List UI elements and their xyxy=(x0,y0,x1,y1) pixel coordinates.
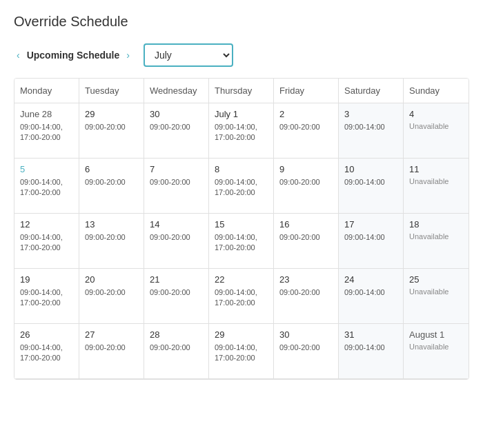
cell-time: 09:00-14:00 xyxy=(344,232,397,243)
cell-date: 30 xyxy=(150,109,203,119)
cell-time: 09:00-14:00 xyxy=(344,177,397,187)
calendar-cell: 2109:00-20:00 xyxy=(144,269,209,324)
calendar-body: June 2809:00-14:00, 17:00-20:002909:00-2… xyxy=(14,103,469,379)
calendar-header-cell: Tuesday xyxy=(79,79,144,103)
cell-date: 4 xyxy=(409,109,463,119)
calendar-cell: 1709:00-14:00 xyxy=(339,214,404,269)
cell-date: 28 xyxy=(150,329,203,340)
calendar-cell: 1209:00-14:00, 17:00-20:00 xyxy=(14,214,79,269)
cell-time: 09:00-20:00 xyxy=(150,287,203,298)
cell-date: 9 xyxy=(279,164,333,174)
calendar-cell: 25Unavailable xyxy=(404,269,469,324)
cell-time: 09:00-14:00, 17:00-20:00 xyxy=(215,232,268,254)
calendar-cell: 809:00-14:00, 17:00-20:00 xyxy=(209,159,274,214)
cell-time: 09:00-14:00, 17:00-20:00 xyxy=(215,122,268,143)
calendar-header-cell: Wednesday xyxy=(144,79,209,103)
cell-date: 31 xyxy=(344,329,397,340)
calendar-cell: 4Unavailable xyxy=(404,103,469,159)
cell-date: 21 xyxy=(150,274,203,285)
cell-time: 09:00-20:00 xyxy=(150,232,203,243)
calendar-cell: 1409:00-20:00 xyxy=(144,214,209,269)
cell-time: 09:00-14:00, 17:00-20:00 xyxy=(20,177,73,198)
calendar-header-cell: Friday xyxy=(274,79,339,103)
cell-date: 3 xyxy=(344,109,397,119)
cell-date: 25 xyxy=(409,274,463,285)
nav-label: Upcoming Schedule xyxy=(27,50,120,61)
cell-date: June 28 xyxy=(20,109,73,119)
calendar-cell: 2809:00-20:00 xyxy=(144,324,209,379)
cell-date: 18 xyxy=(409,219,463,230)
cell-time: 09:00-20:00 xyxy=(279,343,333,353)
next-arrow-button[interactable]: › xyxy=(124,48,132,62)
calendar-cell: 609:00-20:00 xyxy=(79,159,144,214)
cell-time: 09:00-14:00 xyxy=(344,122,397,132)
cell-date: 20 xyxy=(85,274,138,285)
calendar-cell: July 109:00-14:00, 17:00-20:00 xyxy=(209,103,274,159)
cell-unavailable: Unavailable xyxy=(409,177,463,185)
cell-date: 19 xyxy=(20,274,73,285)
cell-date: 26 xyxy=(20,329,73,340)
calendar-cell: 2409:00-14:00 xyxy=(339,269,404,324)
toolbar: ‹ Upcoming Schedule › JanuaryFebruaryMar… xyxy=(14,43,469,67)
calendar-cell: 1009:00-14:00 xyxy=(339,159,404,214)
page-title: Override Schedule xyxy=(14,14,469,30)
cell-time: 09:00-14:00, 17:00-20:00 xyxy=(215,343,268,364)
cell-date: 22 xyxy=(215,274,268,285)
cell-date: 12 xyxy=(20,219,73,230)
cell-date: 27 xyxy=(85,329,138,340)
cell-date: 30 xyxy=(279,329,333,340)
calendar-cell: 2309:00-20:00 xyxy=(274,269,339,324)
cell-date: 17 xyxy=(344,219,397,230)
cell-date: 24 xyxy=(344,274,397,285)
calendar-header-cell: Sunday xyxy=(404,79,469,103)
cell-time: 09:00-14:00, 17:00-20:00 xyxy=(20,232,73,254)
calendar-cell: 2209:00-14:00, 17:00-20:00 xyxy=(209,269,274,324)
calendar-header: MondayTuesdayWednesdayThursdayFridaySatu… xyxy=(14,79,469,103)
cell-time: 09:00-20:00 xyxy=(279,122,333,132)
cell-date: 29 xyxy=(85,109,138,119)
calendar-cell: 2909:00-20:00 xyxy=(79,103,144,159)
calendar-cell: 909:00-20:00 xyxy=(274,159,339,214)
calendar-cell: 509:00-14:00, 17:00-20:00 xyxy=(14,159,79,214)
cell-time: 09:00-20:00 xyxy=(150,177,203,187)
calendar-cell: 309:00-14:00 xyxy=(339,103,404,159)
cell-date: 23 xyxy=(279,274,333,285)
calendar-cell: 1609:00-20:00 xyxy=(274,214,339,269)
cell-time: 09:00-14:00, 17:00-20:00 xyxy=(20,287,73,309)
calendar-cell: 2009:00-20:00 xyxy=(79,269,144,324)
calendar-header-cell: Thursday xyxy=(209,79,274,103)
prev-arrow-button[interactable]: ‹ xyxy=(14,48,23,62)
calendar-cell: 3109:00-14:00 xyxy=(339,324,404,379)
calendar-cell: 3009:00-20:00 xyxy=(144,103,209,159)
calendar-header-cell: Monday xyxy=(14,79,79,103)
cell-time: 09:00-14:00, 17:00-20:00 xyxy=(215,177,268,198)
cell-time: 09:00-20:00 xyxy=(85,343,138,353)
cell-time: 09:00-20:00 xyxy=(279,232,333,243)
calendar-cell: August 1Unavailable xyxy=(404,324,469,379)
cell-date: 13 xyxy=(85,219,138,230)
cell-unavailable: Unavailable xyxy=(409,122,463,130)
cell-date: July 1 xyxy=(215,109,268,119)
calendar-cell: 209:00-20:00 xyxy=(274,103,339,159)
calendar-cell: 11Unavailable xyxy=(404,159,469,214)
cell-date: 10 xyxy=(344,164,397,174)
cell-date: 11 xyxy=(409,164,463,174)
calendar-cell: 18Unavailable xyxy=(404,214,469,269)
cell-date[interactable]: 5 xyxy=(20,164,73,174)
cell-time: 09:00-20:00 xyxy=(85,122,138,132)
month-select[interactable]: JanuaryFebruaryMarchAprilMayJuneJulyAugu… xyxy=(144,43,233,67)
calendar-cell: 2709:00-20:00 xyxy=(79,324,144,379)
calendar-cell: 1909:00-14:00, 17:00-20:00 xyxy=(14,269,79,324)
cell-time: 09:00-20:00 xyxy=(279,287,333,298)
cell-date: 2 xyxy=(279,109,333,119)
calendar-header-cell: Saturday xyxy=(339,79,404,103)
cell-date: 15 xyxy=(215,219,268,230)
cell-date: 7 xyxy=(150,164,203,174)
cell-unavailable: Unavailable xyxy=(409,232,463,241)
nav-section: ‹ Upcoming Schedule › xyxy=(14,48,132,62)
cell-date: August 1 xyxy=(409,329,463,340)
cell-time: 09:00-14:00 xyxy=(344,343,397,353)
calendar-cell: 2609:00-14:00, 17:00-20:00 xyxy=(14,324,79,379)
cell-time: 09:00-20:00 xyxy=(85,177,138,187)
calendar-cell: 709:00-20:00 xyxy=(144,159,209,214)
